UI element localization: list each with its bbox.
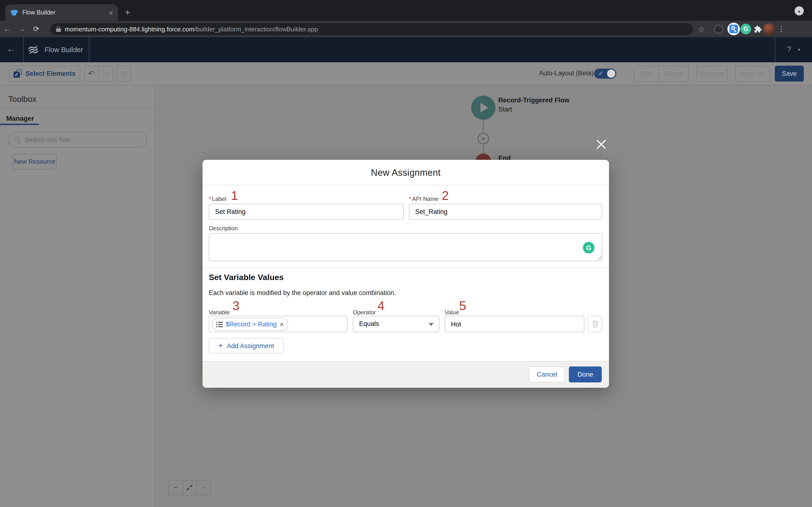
redo-icon[interactable]: ↷ <box>99 66 113 81</box>
url-bar[interactable]: momentum-computing-884.lightning.force.c… <box>50 23 693 35</box>
flow-settings-button[interactable]: ⚙ <box>116 66 131 81</box>
back-icon[interactable]: ← <box>0 24 14 33</box>
description-field-label: Description <box>209 225 238 232</box>
annotation-1: 1 <box>231 188 238 203</box>
description-textarea[interactable] <box>209 233 602 261</box>
profile-button[interactable] <box>763 21 775 37</box>
variable-combobox[interactable]: $Record > Rating × <box>209 316 348 332</box>
api-name-input[interactable] <box>409 204 602 220</box>
api-name-field-label: *API Name <box>409 195 439 202</box>
section-title: Set Variable Values <box>209 273 284 282</box>
activate-button[interactable]: Activate <box>697 66 727 81</box>
app-title: Flow Builder <box>45 46 83 54</box>
back-arrow-icon[interactable]: ← <box>7 44 15 54</box>
toggle-knob <box>607 69 615 78</box>
select-elements-label: Select Elements <box>26 70 75 77</box>
browser-navbar: ← → ⟳ momentum-computing-884.lightning.f… <box>0 21 812 37</box>
done-button[interactable]: Done <box>569 367 602 382</box>
zoom-out-button[interactable]: − <box>169 481 183 495</box>
search-icon <box>14 137 21 143</box>
browser-tab[interactable]: Flow Builder × <box>5 4 118 21</box>
extension-icon-grammarly[interactable]: G <box>741 21 751 37</box>
connector-line <box>483 120 484 133</box>
browser-menu-button[interactable]: ⋮ <box>778 21 785 37</box>
new-resource-button[interactable]: New Resource <box>13 154 57 169</box>
label-field-label: *Label <box>209 195 226 202</box>
annotation-4: 4 <box>377 298 385 314</box>
modal-header: New Assignment <box>203 160 609 185</box>
save-button[interactable]: Save <box>775 66 804 81</box>
undo-icon[interactable]: ↶ <box>85 66 99 81</box>
variable-pill[interactable]: $Record > Rating × <box>212 318 288 331</box>
new-assignment-modal: New Assignment *Label *API Name Descript… <box>203 160 609 388</box>
grammarly-icon[interactable]: G <box>583 242 595 253</box>
play-icon <box>480 103 488 113</box>
select-elements-button[interactable]: ✓ Select Elements <box>9 66 80 81</box>
extension-icon-inspector[interactable] <box>727 21 740 37</box>
tab-close-icon[interactable]: × <box>109 9 113 16</box>
start-node-title: Record-Triggered Flow <box>498 97 569 104</box>
flow-builder-logo-icon <box>28 44 40 57</box>
screen: Flow Builder × + ▾ ← → ⟳ momentum-comput… <box>0 0 812 507</box>
annotation-2: 2 <box>442 188 449 203</box>
start-node[interactable] <box>471 96 495 120</box>
annotation-3: 3 <box>233 298 240 314</box>
variable-pill-value: $Record > Rating <box>226 321 277 328</box>
tab-search-button[interactable]: ▾ <box>795 6 804 15</box>
zoom-in-button[interactable]: + <box>197 481 210 495</box>
grammarly-icon: G <box>741 24 751 34</box>
save-as-button[interactable]: Save As <box>735 66 770 81</box>
remove-variable-icon[interactable]: × <box>280 321 284 328</box>
check-icon: ✓ <box>598 70 603 77</box>
debug-button[interactable]: Debug <box>659 66 688 81</box>
operator-value: Equals <box>359 320 379 327</box>
url-path: /builder_platform_interaction/flowBuilde… <box>194 25 318 33</box>
new-tab-button[interactable]: + <box>122 7 134 18</box>
forward-icon[interactable]: → <box>14 24 29 33</box>
section-subtitle: Each variable is modified by the operato… <box>209 289 396 296</box>
operator-select[interactable]: Equals <box>353 316 439 332</box>
select-elements-icon: ✓ <box>13 69 21 78</box>
run-button[interactable]: Run <box>634 66 659 81</box>
modal-footer: Cancel Done <box>203 361 609 388</box>
help-menu-button[interactable]: ? <box>787 45 791 54</box>
chevron-down-icon: ▾ <box>798 7 800 16</box>
reload-icon[interactable]: ⟳ <box>29 24 44 33</box>
flow-builder-header: ← Flow Builder ? ▾ <box>0 37 812 62</box>
extension-icon-generic[interactable] <box>714 21 723 37</box>
add-assignment-label: Add Assignment <box>227 342 274 349</box>
inspector-icon <box>727 23 740 35</box>
gear-icon: ⚙ <box>120 69 127 78</box>
tab-title: Flow Builder <box>22 9 109 16</box>
auto-layout-label: Auto-Layout (Beta) <box>539 69 594 77</box>
flow-toolbar: ✓ Select Elements ↶ ↷ ⚙ Auto-Layout (Bet… <box>0 62 812 86</box>
collapse-arrows-icon <box>186 484 193 491</box>
bookmark-star-icon[interactable]: ☆ <box>698 24 705 34</box>
browser-tab-strip: Flow Builder × + ▾ <box>0 0 812 21</box>
connector-line <box>483 145 484 154</box>
extensions-puzzle-button[interactable] <box>754 21 762 37</box>
url-domain: momentum-computing-884.lightning.force.c… <box>65 25 194 33</box>
lock-icon <box>56 26 61 32</box>
add-element-button[interactable]: + <box>477 133 489 145</box>
auto-layout-toggle[interactable]: ✓ <box>594 68 616 79</box>
add-assignment-button[interactable]: + Add Assignment <box>209 338 284 353</box>
label-input[interactable] <box>209 204 404 220</box>
chevron-down-icon <box>429 323 434 326</box>
modal-title: New Assignment <box>371 168 441 178</box>
required-asterisk: * <box>209 195 211 202</box>
puzzle-icon <box>754 25 762 33</box>
tab-manager[interactable]: Manager <box>6 114 34 122</box>
flow-search-box[interactable] <box>8 132 147 148</box>
modal-close-icon[interactable] <box>596 139 607 150</box>
list-icon <box>216 321 223 327</box>
delete-assignment-button[interactable] <box>588 316 602 332</box>
search-input[interactable] <box>24 136 131 144</box>
avatar <box>763 23 775 35</box>
fit-to-view-button[interactable] <box>183 481 196 495</box>
run-debug-group: Run Debug <box>633 66 689 81</box>
resize-handle[interactable] <box>597 256 602 260</box>
value-input[interactable] <box>445 316 585 332</box>
chevron-down-icon[interactable]: ▾ <box>798 47 800 52</box>
cancel-button[interactable]: Cancel <box>529 367 565 382</box>
